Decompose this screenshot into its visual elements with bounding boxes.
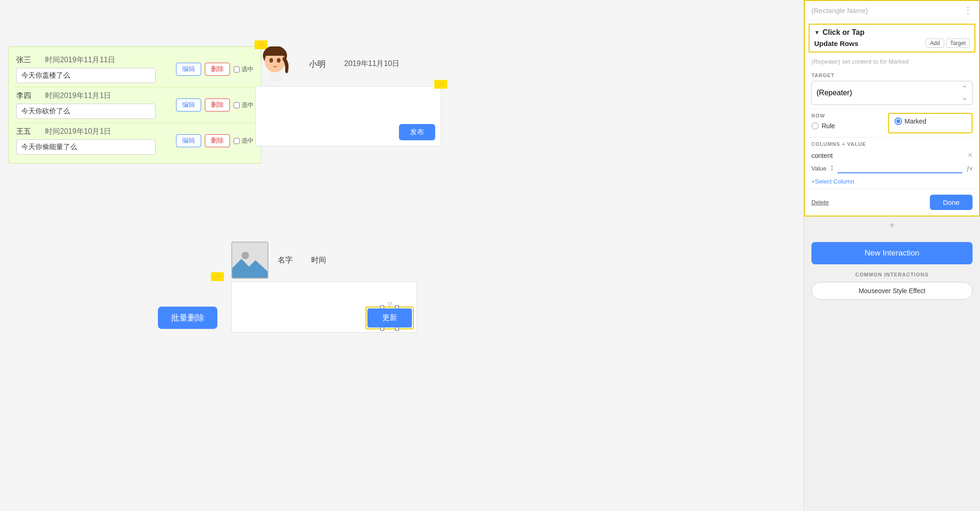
interaction-config: (Rectangle Name) ⋮ ▼ Click or Tap Update… (804, 0, 980, 216)
hint-text: (Repeater) set content to for Marked (805, 56, 979, 69)
update-rows-label: Update Rows (814, 39, 858, 47)
repeater-list: ⚡ 张三 时间2019年11月11日 今天你盖楼了么 编辑 删除 选中 (8, 46, 261, 164)
bulk-badge: ⚡ (211, 272, 224, 281)
select-column-link[interactable]: +Select Column (811, 178, 973, 185)
row-section: ROW Rule Marked (805, 109, 979, 138)
rectangle-name-title: (Rectangle Name) (811, 7, 868, 14)
item-actions: 编辑 删除 选中 (176, 134, 254, 147)
bulk-delete-button[interactable]: 批量删除 (158, 307, 217, 329)
update-header: 名字 时间 (231, 242, 417, 279)
bottom-panel: New Interaction COMMON INTERACTIONS Mous… (804, 235, 980, 511)
post-card: 小明 2019年11月10日 ⚡ 发布 (255, 42, 441, 146)
item-name: 张三 (16, 55, 31, 65)
item-date: 时间2019年10月1日 (45, 127, 111, 137)
click-or-tap-section: ▼ Click or Tap Update Rows Add Target (809, 24, 975, 52)
target-section: TARGET (Repeater) ⌃⌄ (805, 69, 979, 109)
value-row: Value ▲▼ ƒx (811, 163, 973, 173)
add-interaction-plus[interactable]: + (804, 216, 980, 235)
select-chevron-icon: ⌃⌄ (961, 84, 967, 102)
item-info: 王五 时间2019年10月1日 今天你偷能量了么 (16, 127, 170, 155)
edit-button[interactable]: 编辑 (176, 63, 201, 76)
checkbox-label[interactable]: 选中 (234, 137, 254, 145)
image-placeholder (231, 242, 268, 279)
item-name-date: 张三 时间2019年11月11日 (16, 55, 170, 65)
action-row: Delete Done (805, 189, 979, 216)
bulk-delete-container: ⚡ 批量删除 (158, 279, 217, 329)
fx-icon[interactable]: ƒx (966, 165, 973, 172)
list-item: 王五 时间2019年10月1日 今天你偷能量了么 编辑 删除 选中 (13, 123, 256, 158)
post-date: 2019年11月10日 (344, 59, 399, 69)
columns-value-section: COLUMNS + VALUE content × Value ▲▼ ƒx +S… (805, 138, 979, 189)
value-stepper[interactable]: ▲▼ (830, 164, 834, 172)
row-left: ROW Rule (811, 113, 883, 133)
post-badge: ⚡ (434, 80, 447, 89)
target-value: (Repeater) (817, 89, 852, 97)
delete-button[interactable]: 删除 (205, 63, 230, 76)
item-actions: 编辑 删除 选中 (176, 63, 254, 76)
time-label: 时间 (311, 256, 326, 265)
item-content: 今天你偷能量了么 (16, 139, 156, 155)
update-input-area[interactable]: ▽ 更新 (231, 282, 417, 333)
select-checkbox[interactable] (234, 138, 240, 144)
item-info: 张三 时间2019年11月11日 今天你盖楼了么 (16, 55, 170, 83)
post-header: 小明 2019年11月10日 (255, 42, 441, 86)
target-section-label: TARGET (811, 72, 973, 78)
close-column-icon[interactable]: × (967, 151, 973, 160)
marked-radio-circle (895, 118, 902, 125)
click-tap-header: ▼ Click or Tap (814, 28, 970, 37)
edit-button[interactable]: 编辑 (176, 134, 201, 147)
mouseover-style-button[interactable]: Mouseover Style Effect (811, 282, 973, 300)
value-input[interactable] (837, 163, 962, 173)
item-name: 李四 (16, 91, 31, 101)
new-interaction-button[interactable]: New Interaction (811, 242, 973, 264)
item-info: 李四 时间2019年11月1日 今天你砍价了么 (16, 91, 170, 119)
list-item: 张三 时间2019年11月11日 今天你盖楼了么 编辑 删除 选中 (13, 52, 256, 87)
bottom-section: ⚡ 批量删除 名字 时间 (158, 242, 417, 333)
item-name: 王五 (16, 127, 31, 137)
target-button[interactable]: Target (946, 39, 970, 48)
checkbox-label[interactable]: 选中 (234, 101, 254, 109)
target-select[interactable]: (Repeater) ⌃⌄ (811, 81, 973, 105)
publish-button[interactable]: 发布 (399, 124, 435, 140)
row-section-label: ROW (811, 113, 883, 118)
more-icon[interactable]: ⋮ (963, 5, 973, 16)
item-content: 今天你盖楼了么 (16, 68, 156, 83)
canvas-area: ⚡ 张三 时间2019年11月11日 今天你盖楼了么 编辑 删除 选中 (0, 0, 804, 511)
update-card: 名字 时间 ▽ 更新 (231, 242, 417, 333)
handle-bl (380, 327, 384, 331)
column-name: content (811, 152, 833, 159)
svg-point-2 (269, 58, 273, 63)
edit-button[interactable]: 编辑 (176, 98, 201, 111)
post-content-area[interactable]: ⚡ 发布 (255, 86, 441, 146)
chevron-down-icon: ▼ (814, 29, 820, 36)
add-button[interactable]: Add (926, 39, 944, 48)
update-btn-selected: ▽ 更新 (366, 307, 414, 329)
click-tap-label: Click or Tap (823, 28, 864, 37)
marked-radio-dot (896, 119, 900, 123)
select-checkbox[interactable] (234, 102, 240, 108)
triangle-indicator: ▽ (388, 301, 392, 308)
avatar (260, 46, 290, 81)
name-label: 名字 (278, 256, 293, 265)
checkbox-label[interactable]: 选中 (234, 65, 254, 73)
delete-button[interactable]: 删除 (205, 134, 230, 147)
rule-radio-circle (811, 122, 819, 130)
action-buttons: Add Target (926, 39, 970, 48)
item-date: 时间2019年11月1日 (45, 91, 111, 101)
item-content: 今天你砍价了么 (16, 104, 156, 119)
select-checkbox[interactable] (234, 66, 240, 72)
item-name-date: 王五 时间2019年10月1日 (16, 127, 170, 137)
rule-label: Rule (822, 122, 835, 130)
handle-br (395, 327, 399, 331)
svg-rect-4 (269, 73, 281, 81)
item-date: 时间2019年11月11日 (45, 55, 115, 65)
list-item: 李四 时间2019年11月1日 今天你砍价了么 编辑 删除 选中 (13, 87, 256, 123)
update-button[interactable]: 更新 (367, 308, 412, 328)
marked-radio[interactable]: Marked (895, 118, 967, 125)
common-interactions-label: COMMON INTERACTIONS (811, 272, 973, 277)
svg-point-6 (242, 252, 249, 259)
delete-button[interactable]: 删除 (205, 98, 230, 111)
rule-radio[interactable]: Rule (811, 122, 883, 130)
done-button[interactable]: Done (930, 195, 973, 210)
delete-action-link[interactable]: Delete (811, 199, 829, 206)
